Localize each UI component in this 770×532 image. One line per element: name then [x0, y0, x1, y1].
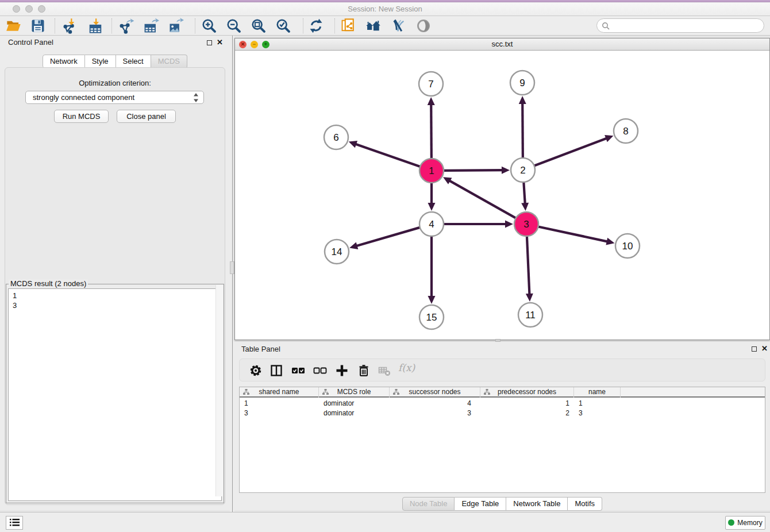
table-header-row: shared nameMCDS rolesuccessor nodesprede… [240, 387, 765, 398]
tab-style[interactable]: Style [85, 55, 116, 68]
tab-network-table[interactable]: Network Table [506, 497, 568, 511]
toolbar-divider [55, 18, 55, 33]
export-table-icon[interactable] [143, 18, 159, 34]
graph-edge-3-11[interactable] [527, 236, 530, 295]
save-session-icon[interactable] [30, 18, 46, 34]
maximize-view-button[interactable]: + [262, 41, 270, 48]
graph-arrowhead-4-14 [349, 242, 358, 249]
minimize-view-button[interactable]: − [251, 41, 258, 48]
graph-edge-4-14[interactable] [356, 228, 420, 246]
mcds-result-group: MCDS result (2 nodes) 1 3 [6, 284, 224, 503]
zoom-in-icon[interactable] [201, 18, 217, 34]
cell-predecessor-nodes[interactable]: 2 [480, 408, 574, 418]
dropdown-stepper-icon [193, 92, 199, 103]
close-window-button[interactable] [13, 5, 20, 13]
close-panel-icon[interactable]: ✕ [217, 38, 223, 47]
home-icon[interactable] [365, 18, 381, 34]
tab-node-table[interactable]: Node Table [402, 497, 455, 511]
optimization-criterion-select[interactable]: strongly connected component [25, 91, 204, 104]
cell-name[interactable]: 3 [574, 408, 621, 418]
cell-successor-nodes[interactable]: 4 [390, 399, 480, 408]
cell-MCDS-role[interactable]: dominator [319, 408, 390, 418]
import-table-icon[interactable] [87, 18, 103, 34]
network-view-title: scc.txt [235, 38, 769, 50]
table-row-3[interactable]: 3dominator323 [240, 408, 765, 418]
main-toolbar [0, 16, 770, 36]
refresh-layout-icon[interactable] [308, 18, 324, 34]
graph-edge-3-10[interactable] [538, 226, 608, 241]
tab-motifs[interactable]: Motifs [568, 497, 602, 511]
memory-button[interactable]: Memory [725, 516, 765, 530]
graph-node-label-2: 2 [520, 165, 525, 176]
open-session-icon[interactable] [6, 18, 22, 34]
network-window-titlebar[interactable]: ✕ − + scc.txt [235, 38, 769, 51]
result-scrollbar[interactable] [215, 285, 223, 496]
graph-edge-1-7[interactable] [431, 104, 432, 159]
cell-successor-nodes[interactable]: 3 [390, 408, 480, 418]
tab-network[interactable]: Network [43, 55, 85, 68]
task-history-button[interactable] [6, 516, 23, 530]
zoom-fit-icon[interactable] [251, 18, 267, 34]
graph-edge-1-6[interactable] [355, 144, 420, 167]
graph-node-label-15: 15 [426, 312, 437, 323]
delete-column-icon[interactable] [357, 364, 371, 377]
import-network-icon[interactable] [62, 18, 78, 34]
export-network-icon[interactable] [118, 18, 134, 34]
settings-icon[interactable] [249, 364, 263, 377]
graph-node-label-7: 7 [428, 79, 433, 90]
add-column-icon[interactable] [335, 364, 349, 377]
export-image-icon[interactable] [168, 18, 184, 34]
new-network-from-file-icon[interactable] [340, 18, 356, 34]
graph-edge-2-8[interactable] [534, 138, 607, 165]
column-header-name[interactable]: name [574, 387, 621, 398]
run-mcds-button[interactable]: Run MCDS [54, 110, 109, 123]
graph-arrowhead-3-11 [526, 294, 533, 302]
zoom-selected-icon[interactable] [275, 18, 291, 34]
delete-table-icon[interactable] [378, 364, 391, 377]
float-table-panel-icon[interactable] [752, 346, 757, 352]
function-builder-icon[interactable]: f(x) [398, 362, 412, 376]
graph-edge-1-2[interactable] [444, 170, 503, 171]
graph-edge-3-1[interactable] [449, 180, 515, 218]
zoom-window-button[interactable] [38, 5, 45, 13]
tab-edge-table[interactable]: Edge Table [455, 497, 506, 511]
select-all-checkboxes-icon[interactable] [291, 364, 305, 377]
graph-node-label-14: 14 [332, 246, 342, 257]
float-panel-icon[interactable] [207, 40, 212, 45]
column-header-predecessor-nodes[interactable]: predecessor nodes [480, 387, 574, 398]
table-row-1[interactable]: 1dominator411 [240, 399, 765, 408]
vertical-splitter[interactable] [230, 36, 234, 512]
graph-node-label-4: 4 [429, 219, 434, 230]
splitter-grip[interactable] [230, 261, 234, 274]
column-header-successor-nodes[interactable]: successor nodes [390, 387, 480, 398]
graph-edge-2-9[interactable] [522, 103, 523, 158]
toolbar-divider [334, 18, 335, 33]
close-table-panel-icon[interactable]: ✕ [761, 344, 768, 353]
split-view-icon[interactable] [270, 364, 283, 377]
optimization-criterion-value: strongly connected component [33, 93, 134, 102]
graph-arrowhead-1-4 [428, 203, 436, 211]
column-header-MCDS-role[interactable]: MCDS role [319, 387, 390, 398]
cell-shared-name[interactable]: 3 [240, 408, 319, 418]
graph-edge-2-3[interactable] [523, 182, 525, 204]
mcds-result-text[interactable]: 1 3 [8, 288, 222, 501]
network-canvas[interactable]: 7968124314101511 [235, 51, 769, 340]
cell-shared-name[interactable]: 1 [240, 399, 319, 408]
close-view-button[interactable]: ✕ [239, 41, 247, 48]
close-panel-button[interactable]: Close panel [117, 110, 176, 123]
list-icon [10, 518, 20, 527]
column-header-shared-name[interactable]: shared name [240, 387, 319, 398]
tab-mcds[interactable]: MCDS [151, 55, 187, 68]
minimize-window-button[interactable] [25, 5, 33, 13]
cell-predecessor-nodes[interactable]: 1 [480, 399, 574, 408]
deselect-all-checkboxes-icon[interactable] [313, 364, 327, 377]
table-panel: Table Panel ✕ f(x) [234, 342, 770, 510]
cell-MCDS-role[interactable]: dominator [319, 399, 390, 408]
graph-arrowhead-2-3 [521, 203, 529, 211]
show-graphics-details-icon[interactable] [415, 18, 432, 34]
tab-select[interactable]: Select [116, 55, 151, 68]
search-input[interactable] [596, 18, 764, 33]
cell-name[interactable]: 1 [574, 399, 621, 408]
hide-graphics-details-icon[interactable] [390, 18, 406, 34]
zoom-out-icon[interactable] [226, 18, 242, 34]
